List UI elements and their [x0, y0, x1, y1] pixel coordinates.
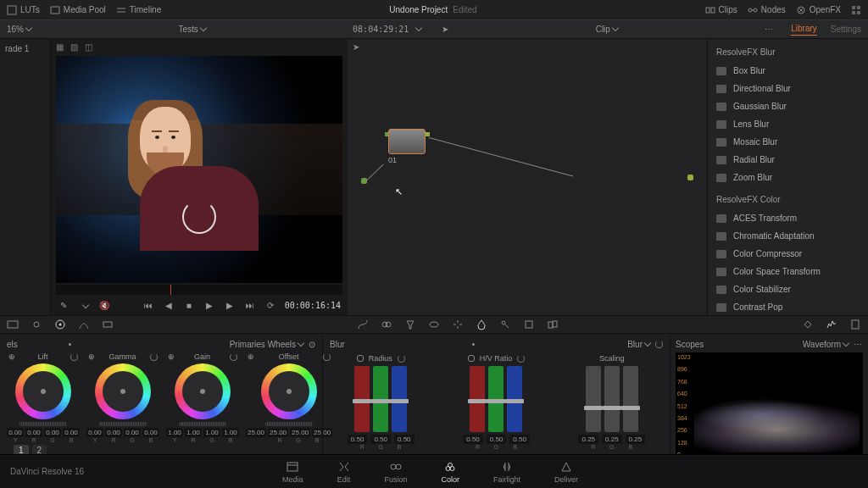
- first-frame-button[interactable]: ⏮: [142, 299, 154, 311]
- key-icon[interactable]: [499, 319, 511, 330]
- wheel-value[interactable]: 1.00: [203, 428, 220, 437]
- fx-item[interactable]: Contrast Pop: [708, 298, 868, 315]
- node-graph[interactable]: ➤ 01 ↖: [348, 39, 707, 315]
- offset-wheel[interactable]: [261, 363, 317, 419]
- wheel-picker-icon[interactable]: ⊕: [248, 352, 254, 361]
- viewer[interactable]: [56, 56, 342, 283]
- play-button[interactable]: ▶: [203, 299, 215, 311]
- bypass-icon[interactable]: ▦: [56, 42, 64, 52]
- openfx-button[interactable]: OpenFX: [796, 5, 841, 15]
- fx-item[interactable]: Gaussian Blur: [708, 97, 868, 115]
- offset-jog[interactable]: [265, 422, 313, 426]
- hv-b-slider[interactable]: [507, 366, 522, 432]
- wheel-value[interactable]: 25.00: [268, 428, 288, 437]
- blur-palette-icon[interactable]: [476, 319, 487, 330]
- mediapool-button[interactable]: Media Pool: [50, 5, 106, 15]
- blur-mode-dropdown[interactable]: Blur: [627, 340, 650, 349]
- page-fusion[interactable]: Fusion: [385, 460, 408, 484]
- qualifier-palette-icon[interactable]: [404, 319, 416, 330]
- fx-item[interactable]: Chromatic Adaptation: [708, 227, 868, 245]
- clip-name-dropdown[interactable]: Tests: [178, 25, 205, 34]
- clip-mode-dropdown[interactable]: Clip: [596, 25, 618, 34]
- graph-output[interactable]: [687, 175, 693, 180]
- gain-wheel[interactable]: [175, 363, 231, 419]
- tab-settings[interactable]: Settings: [831, 25, 861, 34]
- last-frame-button[interactable]: ⏭: [244, 299, 256, 311]
- page-fairlight[interactable]: Fairlight: [493, 460, 520, 484]
- fx-item[interactable]: Box Blur: [708, 62, 868, 80]
- 3d-icon[interactable]: [547, 319, 559, 330]
- curves-icon[interactable]: [357, 319, 369, 330]
- highlight-icon[interactable]: ▨: [70, 42, 78, 52]
- corrector-node-01[interactable]: [388, 129, 426, 154]
- hv-g-slider[interactable]: [488, 366, 504, 432]
- node-options-icon[interactable]: ⋯: [765, 25, 774, 34]
- fx-item[interactable]: ACES Transform: [708, 209, 868, 227]
- fx-item[interactable]: Lens Blur: [708, 115, 868, 133]
- wheel-value[interactable]: 25.00: [246, 428, 266, 437]
- wheel-value[interactable]: 0.00: [63, 428, 80, 437]
- info-icon[interactable]: [849, 319, 861, 330]
- page-color[interactable]: Color: [442, 460, 460, 484]
- loop-button[interactable]: ⟳: [264, 299, 276, 311]
- scope-mode-dropdown[interactable]: Waveform: [803, 340, 849, 349]
- tc-options[interactable]: [414, 25, 421, 34]
- mute-icon[interactable]: 🔇: [98, 299, 110, 311]
- scaling-r-slider[interactable]: [586, 366, 601, 432]
- window-icon[interactable]: [428, 319, 440, 330]
- scopes-icon[interactable]: [826, 319, 837, 330]
- layout-icon[interactable]: [851, 5, 861, 15]
- hv-reset-icon[interactable]: [517, 355, 525, 363]
- fx-item[interactable]: Directional Blur: [708, 80, 868, 97]
- gamma-jog[interactable]: [99, 422, 147, 426]
- next-frame-button[interactable]: ▶: [224, 299, 236, 311]
- arrow-tool-icon[interactable]: ➤: [442, 25, 448, 34]
- radius-g-slider[interactable]: [373, 366, 388, 432]
- radius-b-slider[interactable]: [392, 366, 407, 432]
- radius-reset-icon[interactable]: [398, 355, 405, 363]
- scaling-g-slider[interactable]: [604, 366, 620, 432]
- radius-link-icon[interactable]: [357, 355, 364, 362]
- color-match-icon[interactable]: [31, 319, 42, 330]
- rgb-mixer-icon[interactable]: [78, 319, 90, 330]
- wheel-value[interactable]: 0.00: [86, 428, 103, 437]
- grade-still[interactable]: rade 1: [5, 44, 45, 53]
- page-media[interactable]: Media: [282, 460, 303, 484]
- sizing-icon[interactable]: [523, 319, 535, 330]
- waveform-scope[interactable]: 10238967686405123842561280: [676, 352, 863, 459]
- zoom-dropdown[interactable]: 16%: [7, 25, 31, 34]
- gamma-wheel[interactable]: [95, 363, 151, 419]
- wheel-reset-icon[interactable]: [230, 353, 237, 361]
- wheel-value[interactable]: 1.00: [222, 428, 239, 437]
- wipe-icon[interactable]: ◫: [85, 42, 92, 52]
- hv-link-icon[interactable]: [468, 355, 475, 362]
- nodes-button[interactable]: Nodes: [748, 5, 786, 15]
- motion-icon[interactable]: [102, 319, 114, 330]
- tab-library[interactable]: Library: [791, 24, 817, 36]
- lift-jog[interactable]: [19, 422, 67, 426]
- scope-options-icon[interactable]: ⋯: [854, 340, 863, 349]
- wheels-icon[interactable]: [54, 319, 66, 330]
- wheel-style-icon[interactable]: ⊙: [309, 340, 315, 349]
- wheel-value[interactable]: 0.00: [124, 428, 141, 437]
- node-arrow-tool[interactable]: ➤: [353, 42, 359, 52]
- hv-r-slider[interactable]: [470, 366, 485, 432]
- blur-reset-icon[interactable]: [655, 341, 663, 348]
- lift-wheel[interactable]: [15, 363, 71, 419]
- fx-item[interactable]: Color Stabilizer: [708, 280, 868, 298]
- wheel-value[interactable]: 0.00: [25, 428, 42, 437]
- timeline-button[interactable]: Timeline: [116, 5, 161, 15]
- wheel-value[interactable]: 0.00: [105, 428, 122, 437]
- scrubber[interactable]: [56, 285, 342, 295]
- fx-item[interactable]: Color Space Transform: [708, 263, 868, 280]
- wheel-value[interactable]: 0.00: [142, 428, 159, 437]
- wheel-picker-icon[interactable]: ⊕: [8, 352, 15, 361]
- scaling-b-slider[interactable]: [623, 366, 638, 432]
- gain-jog[interactable]: [179, 422, 226, 426]
- fx-item[interactable]: Color Compressor: [708, 245, 868, 263]
- keyframes-icon[interactable]: [802, 319, 814, 330]
- wheel-value[interactable]: 1.00: [185, 428, 202, 437]
- wheel-value[interactable]: 0.00: [7, 428, 24, 437]
- qualifier-icon[interactable]: ✎: [58, 299, 70, 311]
- fx-item[interactable]: Radial Blur: [708, 151, 868, 169]
